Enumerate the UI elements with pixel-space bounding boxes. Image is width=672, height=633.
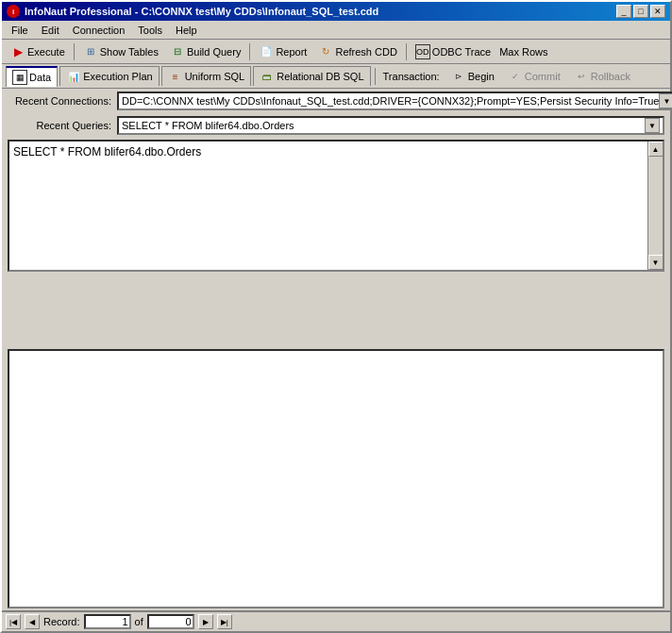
build-query-label: Build Query <box>187 46 241 58</box>
title-bar: i InfoNaut Professional - C:\CONNX test\… <box>2 2 670 21</box>
transaction-label: Transaction: <box>383 71 440 82</box>
maximize-button[interactable]: □ <box>633 5 648 18</box>
tab-data[interactable]: ▦ Data <box>6 66 58 87</box>
recent-queries-input[interactable]: SELECT * FROM blifer64.dbo.Orders ▼ <box>117 116 664 135</box>
execution-plan-icon: 📊 <box>66 69 81 84</box>
menu-help[interactable]: Help <box>170 23 203 38</box>
show-tables-label: Show Tables <box>100 46 159 58</box>
max-rows-container: Max Rows <box>499 46 547 58</box>
begin-label: Begin <box>468 71 495 82</box>
uniform-sql-label: Uniform SQL <box>185 71 245 82</box>
rollback-icon: ↩ <box>574 69 589 84</box>
menu-tools[interactable]: Tools <box>132 23 168 38</box>
refresh-cdd-button[interactable]: ↻ Refresh CDD <box>313 42 401 62</box>
scrollbar-track[interactable] <box>648 157 663 255</box>
separator-4 <box>375 68 376 85</box>
show-tables-icon: ⊞ <box>83 44 98 59</box>
rollback-button[interactable]: ↩ Rollback <box>568 67 636 86</box>
recent-queries-label: Recent Queries: <box>8 120 111 131</box>
max-rows-label: Max Rows <box>499 46 547 58</box>
relational-db-sql-icon: 🗃 <box>260 69 275 84</box>
query-text: SELECT * FROM blifer64.dbo.Orders <box>9 142 663 162</box>
menu-edit[interactable]: Edit <box>36 23 65 38</box>
menu-bar: File Edit Connection Tools Help <box>2 21 670 40</box>
query-area-container: SELECT * FROM blifer64.dbo.Orders ▲ ▼ <box>8 140 664 345</box>
commit-button[interactable]: ✓ Commit <box>502 67 566 86</box>
commit-label: Commit <box>525 71 561 82</box>
rollback-label: Rollback <box>591 71 630 82</box>
query-text-area[interactable]: SELECT * FROM blifer64.dbo.Orders ▲ ▼ <box>8 140 664 272</box>
nav-last-button[interactable]: ▶| <box>217 614 232 629</box>
execute-button[interactable]: ▶ Execute <box>6 42 70 62</box>
refresh-cdd-label: Refresh CDD <box>335 46 396 58</box>
results-area <box>8 349 664 608</box>
record-number-input[interactable] <box>84 614 131 629</box>
recent-connections-value: DD=C:\CONNX test\My CDDs\Infonaut_SQL_te… <box>122 95 659 107</box>
separator-3 <box>406 43 407 60</box>
relational-db-sql-label: Relational DB SQL <box>277 71 363 82</box>
nav-next-button[interactable]: ▶ <box>198 614 213 629</box>
toolbar-tabs: ▦ Data 📊 Execution Plan ≡ Uniform SQL 🗃 … <box>2 64 670 89</box>
uniform-sql-icon: ≡ <box>168 69 183 84</box>
scrollbar-down-arrow[interactable]: ▼ <box>648 255 664 270</box>
menu-connection[interactable]: Connection <box>67 23 131 38</box>
record-label: Record: <box>43 616 80 627</box>
of-label: of <box>135 616 143 627</box>
odbc-trace-icon: OD <box>415 44 430 59</box>
tab-execution-plan[interactable]: 📊 Execution Plan <box>59 66 159 86</box>
commit-icon: ✓ <box>508 69 523 84</box>
separator-1 <box>74 43 75 60</box>
recent-connections-input[interactable]: DD=C:\CONNX test\My CDDs\Infonaut_SQL_te… <box>117 92 672 110</box>
scrollbar-up-arrow[interactable]: ▲ <box>648 142 664 157</box>
total-records-input[interactable] <box>147 614 194 629</box>
show-tables-button[interactable]: ⊞ Show Tables <box>78 42 163 62</box>
recent-queries-dropdown[interactable]: ▼ <box>645 118 660 133</box>
build-query-button[interactable]: ⊟ Build Query <box>165 42 245 62</box>
title-buttons: _ □ ✕ <box>616 5 665 18</box>
data-tab-label: Data <box>29 72 51 83</box>
report-label: Report <box>276 46 307 58</box>
toolbar-main: ▶ Execute ⊞ Show Tables ⊟ Build Query 📄 … <box>2 40 670 64</box>
execute-label: Execute <box>27 46 65 58</box>
recent-connections-row: Recent Connections: DD=C:\CONNX test\My … <box>2 89 670 113</box>
separator-2 <box>249 43 250 60</box>
main-window: i InfoNaut Professional - C:\CONNX test\… <box>0 0 672 633</box>
report-icon: 📄 <box>259 44 274 59</box>
report-button[interactable]: 📄 Report <box>254 42 311 62</box>
nav-prev-button[interactable]: ◀ <box>25 614 40 629</box>
app-icon: i <box>7 5 20 18</box>
status-bar: |◀ ◀ Record: of ▶ ▶| <box>2 610 670 631</box>
recent-queries-row: Recent Queries: SELECT * FROM blifer64.d… <box>2 113 670 138</box>
close-button[interactable]: ✕ <box>650 5 665 18</box>
build-query-icon: ⊟ <box>170 44 185 59</box>
begin-button[interactable]: ⊳ Begin <box>445 67 500 86</box>
refresh-icon: ↻ <box>318 44 333 59</box>
menu-file[interactable]: File <box>6 23 34 38</box>
begin-icon: ⊳ <box>451 69 466 84</box>
odbc-trace-button[interactable]: OD ODBC Trace <box>411 42 496 62</box>
recent-connections-label: Recent Connections: <box>8 95 111 107</box>
nav-first-button[interactable]: |◀ <box>6 614 21 629</box>
recent-queries-value: SELECT * FROM blifer64.dbo.Orders <box>122 120 645 131</box>
title-bar-left: i InfoNaut Professional - C:\CONNX test\… <box>7 5 378 18</box>
minimize-button[interactable]: _ <box>616 5 631 18</box>
odbc-trace-label: ODBC Trace <box>432 46 491 58</box>
tab-uniform-sql[interactable]: ≡ Uniform SQL <box>161 66 252 86</box>
window-title: InfoNaut Professional - C:\CONNX test\My… <box>25 6 378 17</box>
query-scrollbar-v[interactable]: ▲ ▼ <box>647 142 663 270</box>
execution-plan-label: Execution Plan <box>83 71 152 82</box>
tab-relational-db-sql[interactable]: 🗃 Relational DB SQL <box>253 66 370 86</box>
execute-icon: ▶ <box>10 44 25 59</box>
data-tab-icon: ▦ <box>12 70 27 85</box>
recent-connections-dropdown[interactable]: ▼ <box>659 93 672 108</box>
